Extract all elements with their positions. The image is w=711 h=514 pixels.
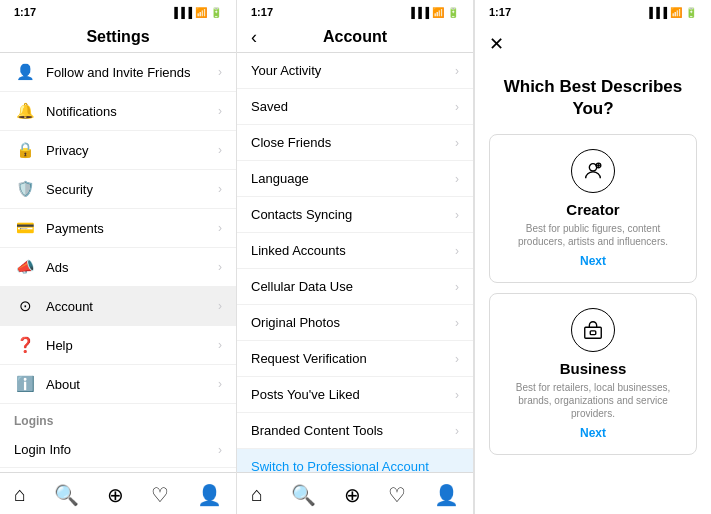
account-item-saved[interactable]: Saved ›: [237, 89, 473, 125]
activity-label: Your Activity: [251, 63, 455, 78]
settings-item-ads[interactable]: 📣 Ads ›: [0, 248, 236, 287]
photos-chevron: ›: [455, 316, 459, 330]
account-item-linked[interactable]: Linked Accounts ›: [237, 233, 473, 269]
ads-icon: 📣: [14, 258, 36, 276]
notifications-label: Notifications: [46, 104, 218, 119]
privacy-icon: 🔒: [14, 141, 36, 159]
posts-liked-chevron: ›: [455, 388, 459, 402]
svg-rect-5: [590, 331, 596, 335]
settings-item-account[interactable]: ⊙ Account ›: [0, 287, 236, 326]
describe-option-business[interactable]: Business Best for retailers, local busin…: [489, 293, 697, 455]
settings-item-payments[interactable]: 💳 Payments ›: [0, 209, 236, 248]
battery-icon-2: 🔋: [447, 7, 459, 18]
nav-search-icon[interactable]: 🔍: [54, 483, 79, 507]
svg-point-0: [589, 164, 596, 171]
account-menu: Your Activity › Saved › Close Friends › …: [237, 53, 473, 472]
close-friends-label: Close Friends: [251, 135, 455, 150]
language-label: Language: [251, 171, 455, 186]
about-label: About: [46, 377, 218, 392]
nav2-home-icon[interactable]: ⌂: [251, 483, 263, 506]
wifi-icon: 📶: [195, 7, 207, 18]
linked-chevron: ›: [455, 244, 459, 258]
security-chevron: ›: [218, 182, 222, 196]
nav-profile-icon[interactable]: 👤: [197, 483, 222, 507]
wifi-icon-2: 📶: [432, 7, 444, 18]
describe-close-button[interactable]: ✕: [489, 33, 504, 55]
account-panel: 1:17 ▐▐▐ 📶 🔋 ‹ Account Your Activity › S…: [237, 0, 474, 514]
verification-chevron: ›: [455, 352, 459, 366]
activity-chevron: ›: [455, 64, 459, 78]
account-item-cellular[interactable]: Cellular Data Use ›: [237, 269, 473, 305]
status-icons-1: ▐▐▐ 📶 🔋: [171, 7, 222, 18]
nav2-profile-icon[interactable]: 👤: [434, 483, 459, 507]
contacts-chevron: ›: [455, 208, 459, 222]
privacy-label: Privacy: [46, 143, 218, 158]
settings-item-add-account[interactable]: Add Account: [0, 468, 236, 472]
nav-heart-icon[interactable]: ♡: [151, 483, 169, 507]
cellular-chevron: ›: [455, 280, 459, 294]
creator-icon: [571, 149, 615, 193]
account-label: Account: [46, 299, 218, 314]
describe-options-list: Creator Best for public figures, content…: [475, 134, 711, 514]
about-chevron: ›: [218, 377, 222, 391]
account-item-language[interactable]: Language ›: [237, 161, 473, 197]
svg-rect-4: [585, 327, 602, 338]
settings-title: Settings: [86, 28, 149, 46]
settings-item-help[interactable]: ❓ Help ›: [0, 326, 236, 365]
security-label: Security: [46, 182, 218, 197]
settings-item-notifications[interactable]: 🔔 Notifications ›: [0, 92, 236, 131]
switch-professional-label: Switch to Professional Account: [251, 459, 459, 472]
account-item-activity[interactable]: Your Activity ›: [237, 53, 473, 89]
account-back-button[interactable]: ‹: [251, 27, 257, 48]
settings-header: Settings: [0, 22, 236, 53]
account-title: Account: [323, 28, 387, 46]
ads-label: Ads: [46, 260, 218, 275]
settings-bottom-nav: ⌂ 🔍 ⊕ ♡ 👤: [0, 472, 236, 514]
account-header: ‹ Account: [237, 22, 473, 53]
nav2-add-icon[interactable]: ⊕: [344, 483, 361, 507]
payments-chevron: ›: [218, 221, 222, 235]
settings-item-login-info[interactable]: Login Info ›: [0, 432, 236, 468]
account-item-close-friends[interactable]: Close Friends ›: [237, 125, 473, 161]
signal-icon: ▐▐▐: [171, 7, 192, 18]
photos-label: Original Photos: [251, 315, 455, 330]
follow-label: Follow and Invite Friends: [46, 65, 218, 80]
time-2: 1:17: [251, 6, 273, 18]
creator-next-button[interactable]: Next: [580, 254, 606, 268]
notifications-icon: 🔔: [14, 102, 36, 120]
ads-chevron: ›: [218, 260, 222, 274]
account-item-photos[interactable]: Original Photos ›: [237, 305, 473, 341]
business-next-button[interactable]: Next: [580, 426, 606, 440]
describe-title: Which Best Describes You?: [475, 66, 711, 134]
describe-option-creator[interactable]: Creator Best for public figures, content…: [489, 134, 697, 283]
settings-item-follow[interactable]: 👤 Follow and Invite Friends ›: [0, 53, 236, 92]
status-bar-3: 1:17 ▐▐▐ 📶 🔋: [475, 0, 711, 22]
battery-icon: 🔋: [210, 7, 222, 18]
account-item-posts-liked[interactable]: Posts You've Liked ›: [237, 377, 473, 413]
creator-name: Creator: [566, 201, 619, 218]
nav-add-icon[interactable]: ⊕: [107, 483, 124, 507]
account-item-branded[interactable]: Branded Content Tools ›: [237, 413, 473, 449]
status-bar-2: 1:17 ▐▐▐ 📶 🔋: [237, 0, 473, 22]
notifications-chevron: ›: [218, 104, 222, 118]
business-desc: Best for retailers, local businesses, br…: [502, 381, 684, 420]
nav-home-icon[interactable]: ⌂: [14, 483, 26, 506]
business-name: Business: [560, 360, 627, 377]
nav2-heart-icon[interactable]: ♡: [388, 483, 406, 507]
account-item-contacts[interactable]: Contacts Syncing ›: [237, 197, 473, 233]
security-icon: 🛡️: [14, 180, 36, 198]
settings-item-about[interactable]: ℹ️ About ›: [0, 365, 236, 404]
settings-item-privacy[interactable]: 🔒 Privacy ›: [0, 131, 236, 170]
account-icon: ⊙: [14, 297, 36, 315]
account-item-verification[interactable]: Request Verification ›: [237, 341, 473, 377]
help-chevron: ›: [218, 338, 222, 352]
settings-item-security[interactable]: 🛡️ Security ›: [0, 170, 236, 209]
nav2-search-icon[interactable]: 🔍: [291, 483, 316, 507]
cellular-label: Cellular Data Use: [251, 279, 455, 294]
settings-panel: 1:17 ▐▐▐ 📶 🔋 Settings 👤 Follow and Invit…: [0, 0, 237, 514]
account-bottom-nav: ⌂ 🔍 ⊕ ♡ 👤: [237, 472, 473, 514]
about-icon: ℹ️: [14, 375, 36, 393]
account-item-switch-professional[interactable]: Switch to Professional Account: [237, 449, 473, 472]
describe-panel: 1:17 ▐▐▐ 📶 🔋 ✕ Which Best Describes You?…: [474, 0, 711, 514]
account-chevron: ›: [218, 299, 222, 313]
